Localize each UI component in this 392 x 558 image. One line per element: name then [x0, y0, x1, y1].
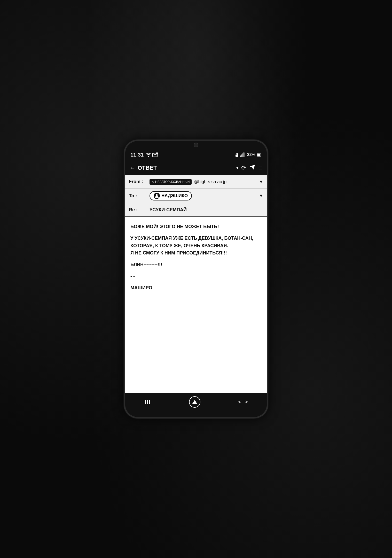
re-label: Re : [129, 207, 150, 213]
mail-notification-icon: 1 [152, 152, 158, 157]
svg-rect-6 [242, 153, 243, 157]
phone-bottom-bar [125, 411, 267, 417]
battery-percent: 32% [247, 152, 255, 157]
from-dropdown-icon[interactable]: ▼ [259, 180, 263, 184]
nav-back-forward-buttons[interactable]: < > [238, 399, 248, 405]
screen: 11:31 1 [125, 149, 267, 411]
nav-bar: ← ОТВЕТ ▼ ⟲ ≡ [125, 161, 267, 175]
phone-outer: 11:31 1 [124, 140, 268, 419]
battery-icon [257, 152, 262, 157]
svg-rect-13 [147, 400, 148, 404]
email-form: From : ✳ НЕАВТОРИЗОВАННЫЙ @high-s.sa.ac.… [125, 175, 267, 217]
svg-rect-14 [149, 400, 150, 404]
nav-title: ОТВЕТ [138, 165, 232, 171]
status-icons-left: 1 [146, 152, 158, 157]
recent-apps-button[interactable] [144, 398, 151, 406]
email-body: БОЖЕ МОЙ! ЭТОГО НЕ МОЖЕТ БЫТЬ! У УСУКИ-С… [125, 217, 267, 393]
back-chevron-icon[interactable]: < [238, 399, 241, 405]
home-button[interactable] [189, 396, 200, 408]
body-paragraph-3: БЛИН---------!!! [130, 261, 262, 268]
svg-marker-15 [192, 400, 197, 404]
recipient-avatar [154, 193, 160, 199]
from-label: From : [129, 179, 150, 184]
email-body-text: БОЖЕ МОЙ! ЭТОГО НЕ МОЖЕТ БЫТЬ! У УСУКИ-С… [130, 223, 262, 292]
phone-wrapper: 11:31 1 [124, 140, 268, 419]
from-row: From : ✳ НЕАВТОРИЗОВАННЫЙ @high-s.sa.ac.… [125, 175, 267, 189]
bottom-nav: < > [125, 393, 267, 411]
to-label: To : [129, 193, 150, 199]
to-recipient-badge[interactable]: НАДЭШИКО [150, 191, 192, 200]
recipient-name: НАДЭШИКО [161, 193, 188, 198]
nav-actions: ⟲ ≡ [241, 164, 263, 172]
back-button[interactable]: ← [129, 164, 136, 172]
to-dropdown-icon[interactable]: ▼ [259, 193, 263, 198]
from-unauthorized-badge: ✳ НЕАВТОРИЗОВАННЫЙ [150, 179, 192, 185]
phone-top-bar [125, 141, 267, 149]
svg-rect-3 [236, 154, 238, 157]
unauthorized-text: НЕАВТОРИЗОВАННЫЙ [155, 180, 190, 184]
from-field: ✳ НЕАВТОРИЗОВАННЫЙ @high-s.sa.ac.jp [150, 179, 259, 185]
status-left: 11:31 1 [130, 152, 158, 158]
status-bar: 11:31 1 [125, 149, 267, 161]
svg-rect-10 [257, 154, 260, 156]
svg-rect-4 [240, 156, 241, 157]
svg-rect-9 [261, 154, 261, 156]
forward-chevron-icon[interactable]: > [245, 399, 248, 405]
svg-rect-5 [241, 154, 242, 157]
body-separator: - - [130, 273, 262, 280]
subject-row: Re : УСУКИ-СЕМПАЙ [125, 203, 267, 217]
to-field: НАДЭШИКО [150, 191, 259, 200]
menu-icon[interactable]: ≡ [259, 164, 263, 172]
wifi-icon [146, 152, 151, 157]
body-paragraph-1: БОЖЕ МОЙ! ЭТОГО НЕ МОЖЕТ БЫТЬ! [130, 223, 262, 230]
reply-icon[interactable]: ⟲ [241, 165, 246, 171]
back-arrow-icon: ← [129, 164, 136, 172]
unauthorized-icon: ✳ [152, 180, 154, 184]
camera [194, 143, 198, 147]
lock-icon [235, 152, 239, 157]
from-email-domain: @high-s.sa.ac.jp [194, 179, 226, 184]
body-paragraph-2: У УСУКИ-СЕМПАЯ УЖЕ ЕСТЬ ДЕВУШКА, БОТАН-С… [130, 235, 262, 257]
send-icon[interactable] [250, 164, 255, 171]
to-row: To : НАДЭШИКО ▼ [125, 189, 267, 203]
svg-rect-12 [145, 400, 146, 404]
svg-point-11 [156, 194, 158, 196]
svg-rect-7 [244, 153, 244, 157]
status-time: 11:31 [130, 152, 144, 158]
title-dropdown-icon[interactable]: ▼ [235, 166, 239, 170]
subject-text: УСУКИ-СЕМПАЙ [150, 207, 187, 213]
signal-icon [240, 152, 246, 157]
status-right: 32% [235, 152, 262, 157]
body-signature: МАШИРО [130, 284, 262, 292]
